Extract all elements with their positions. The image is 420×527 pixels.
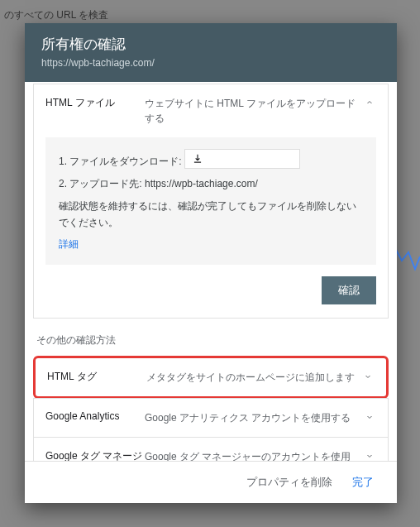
- method-html-tag-desc: メタタグをサイトのホームページに追加します: [146, 370, 355, 385]
- chevron-down-icon[interactable]: [361, 371, 375, 381]
- step1-label: 1. ファイルをダウンロード:: [59, 156, 182, 167]
- ownership-dialog: 所有権の確認 https://wpb-tachiage.com/ HTML ファ…: [25, 23, 397, 503]
- method-html-tag[interactable]: HTML タグ メタタグをサイトのホームページに追加します: [33, 356, 389, 399]
- done-button[interactable]: 完了: [344, 470, 382, 495]
- chevron-up-icon[interactable]: [363, 98, 376, 108]
- method-gtm-name: Google タグ マネージャー: [45, 449, 145, 461]
- dialog-title: 所有権の確認: [41, 35, 380, 54]
- html-file-expanded: 1. ファイルをダウンロード: 2. アップロード先: https://wpb-…: [45, 137, 376, 265]
- dialog-footer: プロパティを削除 完了: [25, 461, 397, 503]
- method-html-file[interactable]: HTML ファイル ウェブサイトに HTML ファイルをアップロードする 1. …: [33, 84, 389, 319]
- method-gtm[interactable]: Google タグ マネージャー Google タグ マネージャーのアカウントを…: [33, 437, 389, 461]
- dialog-body: HTML ファイル ウェブサイトに HTML ファイルをアップロードする 1. …: [25, 82, 397, 461]
- dialog-subtitle: https://wpb-tachiage.com/: [41, 57, 380, 69]
- step-2: 2. アップロード先: https://wpb-tachiage.com/: [59, 176, 363, 192]
- confirm-button[interactable]: 確認: [322, 276, 376, 304]
- method-html-tag-name: HTML タグ: [47, 370, 146, 384]
- detail-link[interactable]: 詳細: [59, 237, 79, 252]
- method-html-file-desc: ウェブサイトに HTML ファイルをアップロードする: [145, 96, 356, 126]
- method-ga-name: Google Analytics: [45, 410, 145, 422]
- remove-property-button[interactable]: プロパティを削除: [238, 470, 341, 495]
- chart-sparkline: [395, 240, 420, 273]
- download-icon: [192, 153, 203, 165]
- chevron-down-icon[interactable]: [363, 451, 376, 461]
- step-1: 1. ファイルをダウンロード:: [59, 149, 363, 170]
- dialog-header: 所有権の確認 https://wpb-tachiage.com/: [25, 23, 397, 82]
- chevron-down-icon[interactable]: [363, 412, 376, 422]
- url-inspect-hint: のすべての URL を検査: [4, 8, 108, 22]
- note-text: 確認状態を維持するには、確認が完了してもファイルを削除しないでください。: [59, 199, 363, 230]
- other-methods-label: その他の確認方法: [36, 333, 389, 347]
- method-ga-desc: Google アナリティクス アカウントを使用する: [145, 410, 356, 425]
- method-gtm-desc: Google タグ マネージャーのアカウントを使用します: [145, 449, 356, 461]
- method-html-file-name: HTML ファイル: [45, 96, 145, 110]
- method-ga[interactable]: Google Analytics Google アナリティクス アカウントを使用…: [33, 398, 389, 437]
- download-button[interactable]: [184, 149, 300, 169]
